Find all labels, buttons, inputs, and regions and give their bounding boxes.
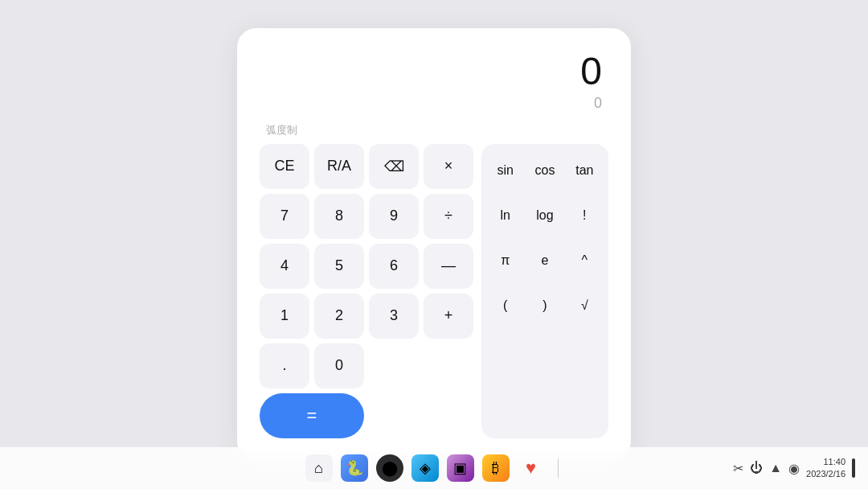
sci-btn-ln[interactable]: ln xyxy=(488,195,522,236)
taskbar: ⌂🐍⬤◈▣₿♥ ✂⏻▲◉ 11:40 2023/2/16 xyxy=(0,447,868,489)
sci-btn-factorial[interactable]: ! xyxy=(567,195,602,236)
sci-pad: sincostanlnlog!πe^()√ xyxy=(481,144,608,438)
btn-7[interactable]: 7 xyxy=(260,194,309,239)
sci-btn-lparen[interactable]: ( xyxy=(488,286,522,326)
btn-4[interactable]: 4 xyxy=(260,244,309,289)
btn-6[interactable]: 6 xyxy=(369,244,419,289)
sci-btn-e[interactable]: e xyxy=(527,240,562,281)
basic-grid: CER/A⌫×789÷456—123+ xyxy=(260,144,473,339)
taskbar-icon-home[interactable]: ⌂ xyxy=(305,454,333,482)
taskbar-right-icon-eye[interactable]: ◉ xyxy=(788,461,800,476)
clock-time: 11:40 xyxy=(806,456,845,468)
btn-divide[interactable]: ÷ xyxy=(424,194,473,239)
sci-btn-pi[interactable]: π xyxy=(488,240,522,281)
taskbar-right-icons: ✂⏻▲◉ xyxy=(733,461,800,476)
clock: 11:40 2023/2/16 xyxy=(806,456,845,481)
btn-3[interactable]: 3 xyxy=(369,294,419,339)
clock-date: 2023/2/16 xyxy=(806,468,845,480)
btn-ce[interactable]: CE xyxy=(260,144,309,189)
taskbar-icon-python[interactable]: 🐍 xyxy=(341,454,368,482)
btn-multiply[interactable]: × xyxy=(424,144,473,189)
btn-2[interactable]: 2 xyxy=(314,294,364,339)
btn-9[interactable]: 9 xyxy=(369,194,419,239)
sci-btn-tan[interactable]: tan xyxy=(567,150,602,191)
btn-plus[interactable]: + xyxy=(424,294,473,339)
display-sub: 0 xyxy=(266,93,602,113)
btn-dot[interactable]: . xyxy=(260,343,309,388)
btn-minus[interactable]: — xyxy=(424,244,473,289)
taskbar-icon-heart[interactable]: ♥ xyxy=(518,454,545,482)
btn-8[interactable]: 8 xyxy=(314,194,364,239)
calc-body: CER/A⌫×789÷456—123+ .0= sincostanlnlog!π… xyxy=(260,144,608,438)
display-mode: 弧度制 xyxy=(260,123,608,144)
taskbar-right-icon-scissors[interactable]: ✂ xyxy=(733,461,743,476)
sci-btn-rparen[interactable]: ) xyxy=(527,286,562,326)
btn-backspace[interactable]: ⌫ xyxy=(369,144,419,189)
calculator-card: 0 0 弧度制 CER/A⌫×789÷456—123+ .0= sincosta… xyxy=(237,28,631,461)
btn-5[interactable]: 5 xyxy=(314,244,364,289)
sci-btn-power[interactable]: ^ xyxy=(567,240,602,281)
display-main: 0 xyxy=(266,51,602,93)
taskbar-bar xyxy=(852,458,855,478)
btn-0[interactable]: 0 xyxy=(314,343,364,388)
taskbar-icon-browser[interactable]: ◈ xyxy=(411,454,439,482)
btn-ra[interactable]: R/A xyxy=(314,144,364,189)
taskbar-icon-camera[interactable]: ⬤ xyxy=(376,454,403,482)
display-area: 0 0 xyxy=(260,51,608,123)
taskbar-right-icon-wifi[interactable]: ▲ xyxy=(769,461,782,475)
sci-grid: sincostanlnlog!πe^()√ xyxy=(488,150,602,326)
basic-pad: CER/A⌫×789÷456—123+ .0= xyxy=(260,144,473,438)
taskbar-icon-notes[interactable]: ▣ xyxy=(447,454,474,482)
sci-btn-sin[interactable]: sin xyxy=(488,150,522,191)
sci-btn-log[interactable]: log xyxy=(527,195,562,236)
taskbar-icons: ⌂🐍⬤◈▣₿♥ xyxy=(19,454,849,482)
btn-1[interactable]: 1 xyxy=(260,294,309,339)
sci-btn-sqrt[interactable]: √ xyxy=(567,286,602,326)
taskbar-icon-bitcoin[interactable]: ₿ xyxy=(482,454,510,482)
sci-btn-cos[interactable]: cos xyxy=(527,150,562,191)
taskbar-divider xyxy=(558,458,559,478)
bottom-row: .0= xyxy=(260,343,473,438)
taskbar-right-icon-power[interactable]: ⏻ xyxy=(750,461,763,475)
btn-equals[interactable]: = xyxy=(260,393,364,438)
taskbar-right: ✂⏻▲◉ 11:40 2023/2/16 xyxy=(733,456,855,481)
